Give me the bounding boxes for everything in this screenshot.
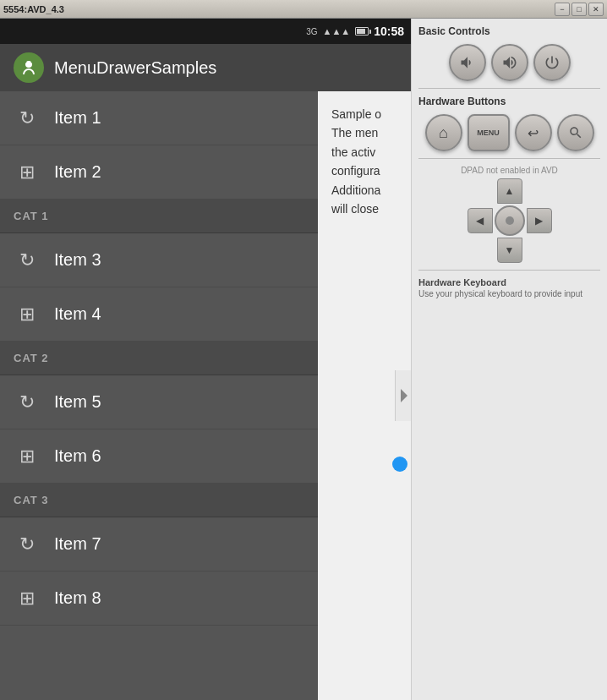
app-title: MenuDrawerSamples xyxy=(54,58,216,78)
dpad-left-button[interactable]: ◀ xyxy=(468,208,493,233)
dpad-up-button[interactable]: ▲ xyxy=(497,178,522,204)
category-1: CAT 1 xyxy=(0,200,318,233)
drawer-item-2[interactable]: Item 2 xyxy=(0,145,318,200)
minimize-button[interactable]: − xyxy=(555,3,570,16)
sync-icon-3 xyxy=(14,247,41,274)
nav-drawer[interactable]: Item 1 Item 2 CAT 1 Item 3 xyxy=(0,91,318,700)
sync-icon-1 xyxy=(14,105,41,132)
divider-2 xyxy=(418,158,600,159)
dpad-disabled-label: DPAD not enabled in AVD xyxy=(418,166,600,175)
divider-3 xyxy=(418,270,600,271)
window-title: 5554:AVD_4.3 xyxy=(3,4,64,14)
item-2-label: Item 2 xyxy=(54,162,101,182)
volume-up-button[interactable] xyxy=(491,44,528,81)
dpad-center-button[interactable] xyxy=(495,205,525,236)
main-content: Sample oThe menthe activconfiguraAdditio… xyxy=(318,91,411,700)
signal-text: 3G xyxy=(306,27,317,36)
grid-icon-8 xyxy=(14,585,41,612)
grid-icon-6 xyxy=(14,443,41,470)
hardware-buttons-row: ⌂ MENU ↩ xyxy=(418,114,600,151)
svg-point-1 xyxy=(25,61,27,63)
item-5-label: Item 5 xyxy=(54,392,101,412)
dpad-down-button[interactable]: ▼ xyxy=(497,238,522,263)
right-panel: Basic Controls Hardware Buttons xyxy=(411,19,607,700)
category-2: CAT 2 xyxy=(0,342,318,375)
back-button[interactable]: ↩ xyxy=(515,114,552,151)
grid-icon-4 xyxy=(14,301,41,328)
svg-point-2 xyxy=(31,61,34,63)
basic-controls-title: Basic Controls xyxy=(418,25,600,37)
content-area: Item 1 Item 2 CAT 1 Item 3 xyxy=(0,91,411,700)
drawer-item-8[interactable]: Item 8 xyxy=(0,571,318,626)
hardware-buttons-title: Hardware Buttons xyxy=(418,96,600,107)
sync-icon-5 xyxy=(14,389,41,416)
item-4-label: Item 4 xyxy=(54,304,101,324)
sync-icon-7 xyxy=(14,531,41,558)
search-button[interactable] xyxy=(557,114,594,151)
dpad-container: ▲ ▼ ◀ ▶ xyxy=(468,178,552,263)
item-1-label: Item 1 xyxy=(54,108,101,128)
window-controls: − □ ✕ xyxy=(555,3,604,16)
close-button[interactable]: ✕ xyxy=(588,3,604,16)
item-7-label: Item 7 xyxy=(54,534,101,554)
divider-1 xyxy=(418,88,600,89)
app-toolbar: MenuDrawerSamples xyxy=(0,44,411,91)
main-content-text: Sample oThe menthe activconfiguraAdditio… xyxy=(331,105,397,218)
item-3-label: Item 3 xyxy=(54,250,101,270)
drawer-item-1[interactable]: Item 1 xyxy=(0,91,318,145)
item-6-label: Item 6 xyxy=(54,446,101,466)
item-8-label: Item 8 xyxy=(54,588,101,608)
drawer-item-6[interactable]: Item 6 xyxy=(0,429,318,484)
category-3: CAT 3 xyxy=(0,484,318,517)
status-bar: 3G ▲▲▲ 10:58 xyxy=(0,19,411,44)
power-button[interactable] xyxy=(533,44,571,81)
dpad-right-button[interactable]: ▶ xyxy=(527,208,552,233)
keyboard-title: Hardware Keyboard xyxy=(418,277,600,287)
drawer-item-5[interactable]: Item 5 xyxy=(0,375,318,429)
window-titlebar: 5554:AVD_4.3 − □ ✕ xyxy=(0,0,607,19)
grid-icon-2 xyxy=(14,159,41,186)
basic-controls-row xyxy=(418,44,600,81)
main-layout: 3G ▲▲▲ 10:58 MenuDrawerSamples xyxy=(0,19,607,700)
scroll-indicator xyxy=(392,457,407,472)
battery-icon xyxy=(355,27,369,36)
category-3-label: CAT 3 xyxy=(14,494,49,506)
drawer-item-4[interactable]: Item 4 xyxy=(0,287,318,342)
keyboard-desc: Use your physical keyboard to provide in… xyxy=(418,289,600,298)
drawer-item-7[interactable]: Item 7 xyxy=(0,517,318,571)
volume-down-button[interactable] xyxy=(449,44,486,81)
svg-marker-3 xyxy=(401,389,407,402)
app-logo xyxy=(14,52,44,83)
menu-button[interactable]: MENU xyxy=(468,114,510,151)
category-2-label: CAT 2 xyxy=(14,352,49,364)
drawer-item-3[interactable]: Item 3 xyxy=(0,233,318,287)
status-time: 10:58 xyxy=(374,25,404,38)
android-screen: 3G ▲▲▲ 10:58 MenuDrawerSamples xyxy=(0,19,411,700)
category-1-label: CAT 1 xyxy=(14,210,49,222)
maximize-button[interactable]: □ xyxy=(571,3,587,16)
keyboard-section: Hardware Keyboard Use your physical keyb… xyxy=(418,277,600,298)
home-button[interactable]: ⌂ xyxy=(425,114,462,151)
drawer-arrow[interactable] xyxy=(395,370,411,421)
signal-bars-icon: ▲▲▲ xyxy=(323,26,351,36)
